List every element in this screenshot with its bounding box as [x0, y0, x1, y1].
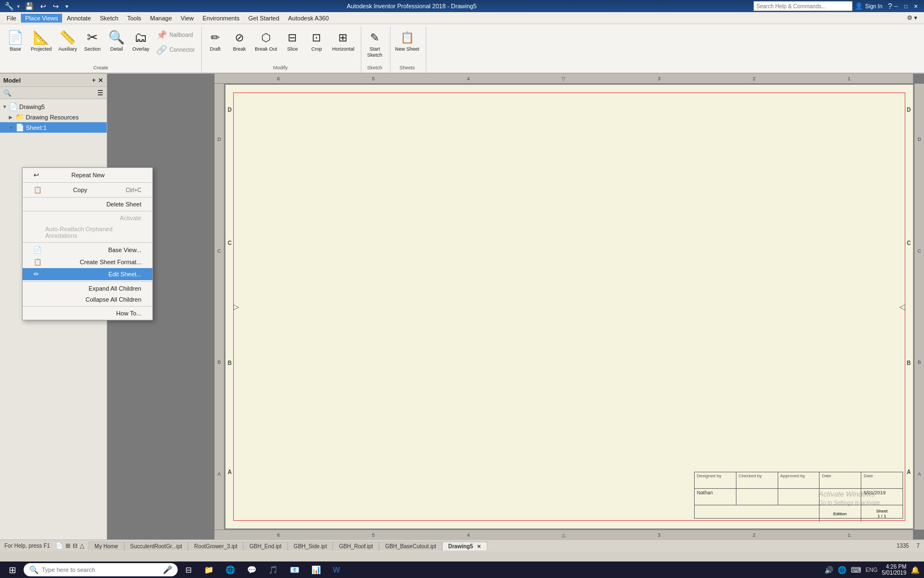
menu-get-started[interactable]: Get Started	[244, 14, 284, 23]
qa-more[interactable]: ▾	[64, 3, 70, 9]
cm-repeat-new[interactable]: ↩ Repeat New	[23, 169, 107, 181]
tab-gbh-basecutout[interactable]: GBH_BaseCutout.ipt	[379, 542, 442, 550]
cm-delete-sheet[interactable]: Delete Sheet	[23, 199, 107, 210]
tab-my-home[interactable]: My Home	[89, 542, 124, 550]
ribbon-btn-base[interactable]: 📄 Base	[4, 26, 26, 53]
panel-close-btn[interactable]: ✕	[98, 77, 103, 84]
tab-gbh-end[interactable]: GBH_End.ipt	[243, 542, 287, 550]
tab-succulent[interactable]: SucculentRootGr...ipt	[124, 542, 189, 550]
minimize-btn[interactable]: ─	[892, 2, 900, 10]
ribbon-btn-crop[interactable]: ⊡ Crop	[306, 26, 328, 53]
tree-icon-drawing5: 📄	[9, 102, 18, 111]
ribbon-btn-connector[interactable]: 🔗 Connector	[154, 43, 197, 56]
tree-toggle-drawing5[interactable]: ▼	[2, 104, 9, 110]
ribbon-btn-section[interactable]: ✂ Section	[81, 26, 103, 53]
help-icon[interactable]: ?	[888, 2, 892, 10]
taskbar-app-chat[interactable]: 💬	[243, 563, 261, 576]
menu-environments[interactable]: Environments	[198, 14, 244, 23]
qa-redo[interactable]: ↪	[51, 2, 61, 10]
tree-label-sheet1: Sheet:1	[26, 124, 47, 131]
new-sheet-icon: 📋	[398, 29, 416, 46]
panel-menu-icon[interactable]: ☰	[97, 89, 103, 97]
tab-rootgrower[interactable]: RootGrower_3.ipt	[188, 542, 243, 550]
taskbar-app-explorer[interactable]: 📁	[200, 563, 218, 576]
tab-layout-icon[interactable]: ⊟	[73, 542, 78, 549]
taskbar-clock[interactable]: 4:26 PM 5/01/2019	[882, 564, 907, 576]
task-view-btn[interactable]: ⊟	[181, 563, 196, 576]
tree-toggle-resources[interactable]: ▶	[9, 114, 15, 120]
tree-icon-sheet1: 📄	[15, 123, 24, 132]
close-btn[interactable]: ✕	[912, 2, 920, 10]
ribbon-btn-overlay[interactable]: 🗂 Overlay	[130, 26, 152, 53]
tab-gbh-side[interactable]: GBH_Side.ipt	[288, 542, 333, 550]
titlebar-left: 🔧 ▾ 💾 ↩ ↪ ▾	[4, 2, 70, 10]
menu-autodesk-a360[interactable]: Autodesk A360	[284, 14, 333, 23]
ribbon-btn-auxiliary[interactable]: 📏 Auxiliary	[56, 26, 79, 53]
cm-how-to[interactable]: How To...	[23, 308, 107, 319]
taskbar-app-browser[interactable]: 🌐	[221, 563, 239, 576]
ribbon-btn-draft[interactable]: ✏ Draft	[204, 26, 226, 53]
menu-manage[interactable]: Manage	[146, 14, 177, 23]
cm-edit-sheet[interactable]: ✏ Edit Sheet...	[23, 268, 107, 280]
help-search-input[interactable]	[754, 1, 853, 11]
menu-tools[interactable]: Tools	[123, 14, 146, 23]
cm-auto-reattach-label: Auto-Reattach Orphaned Annotations	[45, 226, 107, 239]
cm-copy[interactable]: 📋 Copy Ctrl+C	[23, 184, 107, 196]
panel-search-icon[interactable]: 🔍	[3, 89, 12, 97]
menu-view[interactable]: View	[177, 14, 199, 23]
taskbar-app-music[interactable]: 🎵	[264, 563, 282, 576]
ruler-h-1: 1	[848, 76, 850, 81]
panel-add-btn[interactable]: +	[92, 77, 96, 84]
ribbon-btn-nailboard[interactable]: 📌 Nailboard	[154, 29, 197, 41]
ribbon-btn-horizontal[interactable]: ⊞ Horizontal	[330, 26, 357, 53]
tray-volume[interactable]: 🔊	[824, 566, 833, 574]
tab-arrow-icon[interactable]: △	[80, 542, 84, 549]
menu-settings[interactable]: ⚙ ▾	[903, 13, 922, 23]
taskbar-app-word[interactable]: W	[328, 563, 344, 576]
canvas-area[interactable]: 6 5 4 ▽ 3 2 1 D C B A D C B A 6 5 4 △ 3	[107, 74, 924, 539]
tab-grid-icon[interactable]: ⊞	[65, 542, 70, 549]
tray-notification[interactable]: 🔔	[911, 566, 920, 574]
sign-in[interactable]: Sign In	[865, 3, 882, 9]
cm-copy-icon: 📋	[34, 186, 43, 194]
tree-toggle-sheet1[interactable]: ▼	[9, 125, 15, 130]
ribbon-btn-start-sketch[interactable]: ✎ StartSketch	[364, 26, 386, 59]
menu-annotate[interactable]: Annotate	[62, 14, 95, 23]
menu-file[interactable]: File	[2, 14, 21, 23]
cm-base-view[interactable]: 📄 Base View...	[23, 244, 107, 256]
taskbar-app-excel[interactable]: 📊	[307, 563, 325, 576]
cm-create-sheet-format[interactable]: 📋 Create Sheet Format...	[23, 256, 107, 268]
section-icon: ✂	[84, 29, 101, 46]
tab-drawing5-close[interactable]: ✕	[477, 544, 481, 549]
cm-expand-all[interactable]: Expand All Children	[23, 283, 107, 294]
tree-item-drawing5[interactable]: ▼ 📄 Drawing5	[0, 101, 107, 112]
cm-sep-4	[23, 242, 107, 243]
start-button[interactable]: ⊞	[4, 563, 20, 576]
ribbon-btn-slice[interactable]: ⊟ Slice	[282, 26, 304, 53]
tray-keyboard[interactable]: ⌨	[851, 566, 861, 574]
menu-place-views[interactable]: Place Views	[21, 14, 63, 23]
taskbar-search-box[interactable]: 🔍 🎤	[24, 563, 178, 576]
cm-collapse-all[interactable]: Collapse All Children	[23, 294, 107, 305]
cm-create-sheet-label: Create Sheet Format...	[80, 259, 107, 265]
qa-undo[interactable]: ↩	[38, 2, 48, 10]
taskbar-app-email[interactable]: 📧	[285, 563, 304, 576]
taskbar-search-input[interactable]	[42, 566, 160, 573]
arrow-left: ▷	[233, 302, 239, 311]
ribbon-btn-break-out[interactable]: ⬡ Break Out	[252, 26, 279, 53]
tab-gbh-roof[interactable]: GBH_Roof.ipt	[333, 542, 379, 550]
mic-icon[interactable]: 🎤	[163, 565, 172, 574]
tree-item-sheet1[interactable]: ▼ 📄 Sheet:1	[0, 122, 107, 133]
tab-scroll-icon[interactable]: 📄	[56, 542, 63, 549]
tree-item-drawing-resources[interactable]: ▶ 📁 Drawing Resources	[0, 112, 107, 122]
qa-save[interactable]: 💾	[23, 2, 35, 10]
maximize-btn[interactable]: □	[902, 2, 910, 10]
tray-network[interactable]: 🌐	[838, 566, 846, 574]
tab-drawing5[interactable]: Drawing5 ✕	[442, 542, 487, 550]
zone-d-right: D	[907, 107, 911, 113]
menu-sketch[interactable]: Sketch	[96, 14, 123, 23]
ribbon-btn-detail[interactable]: 🔍 Detail	[106, 26, 128, 53]
ribbon-btn-new-sheet[interactable]: 📋 New Sheet	[393, 26, 421, 53]
ribbon-btn-break[interactable]: ⊘ Break	[228, 26, 250, 53]
ribbon-btn-projected[interactable]: 📐 Projected	[29, 26, 54, 53]
